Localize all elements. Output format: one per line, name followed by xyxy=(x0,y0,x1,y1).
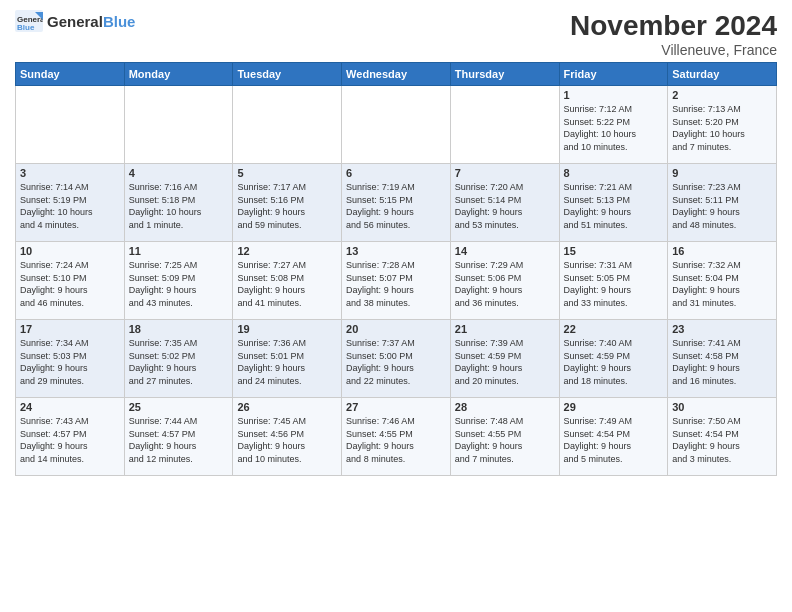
calendar-week-1: 1Sunrise: 7:12 AM Sunset: 5:22 PM Daylig… xyxy=(16,86,777,164)
day-number: 3 xyxy=(20,167,120,179)
table-row: 19Sunrise: 7:36 AM Sunset: 5:01 PM Dayli… xyxy=(233,320,342,398)
table-row: 23Sunrise: 7:41 AM Sunset: 4:58 PM Dayli… xyxy=(668,320,777,398)
day-number: 1 xyxy=(564,89,664,101)
day-number: 13 xyxy=(346,245,446,257)
col-thursday: Thursday xyxy=(450,63,559,86)
table-row: 14Sunrise: 7:29 AM Sunset: 5:06 PM Dayli… xyxy=(450,242,559,320)
table-row: 21Sunrise: 7:39 AM Sunset: 4:59 PM Dayli… xyxy=(450,320,559,398)
day-number: 19 xyxy=(237,323,337,335)
day-info: Sunrise: 7:35 AM Sunset: 5:02 PM Dayligh… xyxy=(129,337,229,387)
day-number: 12 xyxy=(237,245,337,257)
header-row: General Blue GeneralBlue November 2024 V… xyxy=(15,10,777,58)
table-row: 20Sunrise: 7:37 AM Sunset: 5:00 PM Dayli… xyxy=(342,320,451,398)
day-number: 30 xyxy=(672,401,772,413)
table-row: 30Sunrise: 7:50 AM Sunset: 4:54 PM Dayli… xyxy=(668,398,777,476)
table-row: 13Sunrise: 7:28 AM Sunset: 5:07 PM Dayli… xyxy=(342,242,451,320)
day-number: 11 xyxy=(129,245,229,257)
main-container: General Blue GeneralBlue November 2024 V… xyxy=(0,0,792,486)
table-row: 3Sunrise: 7:14 AM Sunset: 5:19 PM Daylig… xyxy=(16,164,125,242)
day-info: Sunrise: 7:32 AM Sunset: 5:04 PM Dayligh… xyxy=(672,259,772,309)
day-info: Sunrise: 7:41 AM Sunset: 4:58 PM Dayligh… xyxy=(672,337,772,387)
col-monday: Monday xyxy=(124,63,233,86)
day-number: 28 xyxy=(455,401,555,413)
day-number: 5 xyxy=(237,167,337,179)
table-row xyxy=(16,86,125,164)
day-number: 26 xyxy=(237,401,337,413)
header-row-days: Sunday Monday Tuesday Wednesday Thursday… xyxy=(16,63,777,86)
day-number: 25 xyxy=(129,401,229,413)
table-row: 16Sunrise: 7:32 AM Sunset: 5:04 PM Dayli… xyxy=(668,242,777,320)
table-row: 12Sunrise: 7:27 AM Sunset: 5:08 PM Dayli… xyxy=(233,242,342,320)
day-info: Sunrise: 7:34 AM Sunset: 5:03 PM Dayligh… xyxy=(20,337,120,387)
day-info: Sunrise: 7:39 AM Sunset: 4:59 PM Dayligh… xyxy=(455,337,555,387)
day-info: Sunrise: 7:27 AM Sunset: 5:08 PM Dayligh… xyxy=(237,259,337,309)
table-row: 26Sunrise: 7:45 AM Sunset: 4:56 PM Dayli… xyxy=(233,398,342,476)
table-row xyxy=(342,86,451,164)
day-number: 9 xyxy=(672,167,772,179)
title-block: November 2024 Villeneuve, France xyxy=(570,10,777,58)
day-number: 18 xyxy=(129,323,229,335)
day-number: 29 xyxy=(564,401,664,413)
day-info: Sunrise: 7:49 AM Sunset: 4:54 PM Dayligh… xyxy=(564,415,664,465)
col-wednesday: Wednesday xyxy=(342,63,451,86)
day-number: 24 xyxy=(20,401,120,413)
day-info: Sunrise: 7:23 AM Sunset: 5:11 PM Dayligh… xyxy=(672,181,772,231)
table-row: 22Sunrise: 7:40 AM Sunset: 4:59 PM Dayli… xyxy=(559,320,668,398)
table-row xyxy=(450,86,559,164)
day-info: Sunrise: 7:16 AM Sunset: 5:18 PM Dayligh… xyxy=(129,181,229,231)
day-info: Sunrise: 7:29 AM Sunset: 5:06 PM Dayligh… xyxy=(455,259,555,309)
table-row: 25Sunrise: 7:44 AM Sunset: 4:57 PM Dayli… xyxy=(124,398,233,476)
table-row: 28Sunrise: 7:48 AM Sunset: 4:55 PM Dayli… xyxy=(450,398,559,476)
location: Villeneuve, France xyxy=(570,42,777,58)
day-info: Sunrise: 7:21 AM Sunset: 5:13 PM Dayligh… xyxy=(564,181,664,231)
day-number: 23 xyxy=(672,323,772,335)
table-row: 2Sunrise: 7:13 AM Sunset: 5:20 PM Daylig… xyxy=(668,86,777,164)
day-info: Sunrise: 7:40 AM Sunset: 4:59 PM Dayligh… xyxy=(564,337,664,387)
day-info: Sunrise: 7:19 AM Sunset: 5:15 PM Dayligh… xyxy=(346,181,446,231)
table-row: 9Sunrise: 7:23 AM Sunset: 5:11 PM Daylig… xyxy=(668,164,777,242)
calendar-week-3: 10Sunrise: 7:24 AM Sunset: 5:10 PM Dayli… xyxy=(16,242,777,320)
day-number: 8 xyxy=(564,167,664,179)
day-number: 16 xyxy=(672,245,772,257)
day-number: 20 xyxy=(346,323,446,335)
day-info: Sunrise: 7:25 AM Sunset: 5:09 PM Dayligh… xyxy=(129,259,229,309)
table-row xyxy=(124,86,233,164)
table-row: 6Sunrise: 7:19 AM Sunset: 5:15 PM Daylig… xyxy=(342,164,451,242)
calendar-week-2: 3Sunrise: 7:14 AM Sunset: 5:19 PM Daylig… xyxy=(16,164,777,242)
day-number: 21 xyxy=(455,323,555,335)
calendar-header: Sunday Monday Tuesday Wednesday Thursday… xyxy=(16,63,777,86)
day-info: Sunrise: 7:50 AM Sunset: 4:54 PM Dayligh… xyxy=(672,415,772,465)
table-row: 5Sunrise: 7:17 AM Sunset: 5:16 PM Daylig… xyxy=(233,164,342,242)
day-info: Sunrise: 7:14 AM Sunset: 5:19 PM Dayligh… xyxy=(20,181,120,231)
table-row: 15Sunrise: 7:31 AM Sunset: 5:05 PM Dayli… xyxy=(559,242,668,320)
day-info: Sunrise: 7:45 AM Sunset: 4:56 PM Dayligh… xyxy=(237,415,337,465)
table-row: 27Sunrise: 7:46 AM Sunset: 4:55 PM Dayli… xyxy=(342,398,451,476)
day-number: 27 xyxy=(346,401,446,413)
day-info: Sunrise: 7:13 AM Sunset: 5:20 PM Dayligh… xyxy=(672,103,772,153)
day-number: 10 xyxy=(20,245,120,257)
col-tuesday: Tuesday xyxy=(233,63,342,86)
table-row: 8Sunrise: 7:21 AM Sunset: 5:13 PM Daylig… xyxy=(559,164,668,242)
table-row: 17Sunrise: 7:34 AM Sunset: 5:03 PM Dayli… xyxy=(16,320,125,398)
day-info: Sunrise: 7:24 AM Sunset: 5:10 PM Dayligh… xyxy=(20,259,120,309)
table-row xyxy=(233,86,342,164)
col-saturday: Saturday xyxy=(668,63,777,86)
table-row: 11Sunrise: 7:25 AM Sunset: 5:09 PM Dayli… xyxy=(124,242,233,320)
day-info: Sunrise: 7:46 AM Sunset: 4:55 PM Dayligh… xyxy=(346,415,446,465)
logo-text: GeneralBlue xyxy=(47,13,135,30)
day-info: Sunrise: 7:31 AM Sunset: 5:05 PM Dayligh… xyxy=(564,259,664,309)
calendar-week-4: 17Sunrise: 7:34 AM Sunset: 5:03 PM Dayli… xyxy=(16,320,777,398)
month-title: November 2024 xyxy=(570,10,777,42)
day-info: Sunrise: 7:12 AM Sunset: 5:22 PM Dayligh… xyxy=(564,103,664,153)
day-info: Sunrise: 7:17 AM Sunset: 5:16 PM Dayligh… xyxy=(237,181,337,231)
day-info: Sunrise: 7:43 AM Sunset: 4:57 PM Dayligh… xyxy=(20,415,120,465)
logo-general: General xyxy=(47,13,103,30)
day-number: 2 xyxy=(672,89,772,101)
day-number: 6 xyxy=(346,167,446,179)
day-number: 14 xyxy=(455,245,555,257)
calendar-table: Sunday Monday Tuesday Wednesday Thursday… xyxy=(15,62,777,476)
table-row: 1Sunrise: 7:12 AM Sunset: 5:22 PM Daylig… xyxy=(559,86,668,164)
day-info: Sunrise: 7:48 AM Sunset: 4:55 PM Dayligh… xyxy=(455,415,555,465)
logo: General Blue GeneralBlue xyxy=(15,10,135,32)
day-number: 15 xyxy=(564,245,664,257)
